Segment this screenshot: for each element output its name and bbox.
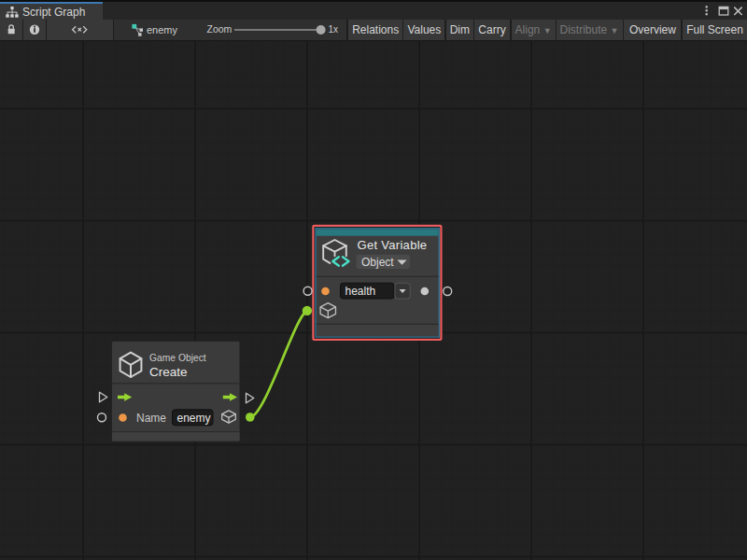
svg-text:Object: Object bbox=[361, 256, 394, 269]
svg-text:1x: 1x bbox=[329, 24, 339, 35]
svg-text:Zoom: Zoom bbox=[207, 23, 233, 35]
svg-text:Get Variable: Get Variable bbox=[358, 238, 428, 252]
svg-text:Game Object: Game Object bbox=[149, 353, 206, 363]
svg-text:health: health bbox=[345, 285, 376, 298]
svg-text:Create: Create bbox=[149, 365, 188, 379]
svg-text:enemy: enemy bbox=[147, 24, 178, 35]
svg-text:Name: Name bbox=[136, 412, 166, 425]
svg-text:enemy: enemy bbox=[177, 412, 211, 425]
